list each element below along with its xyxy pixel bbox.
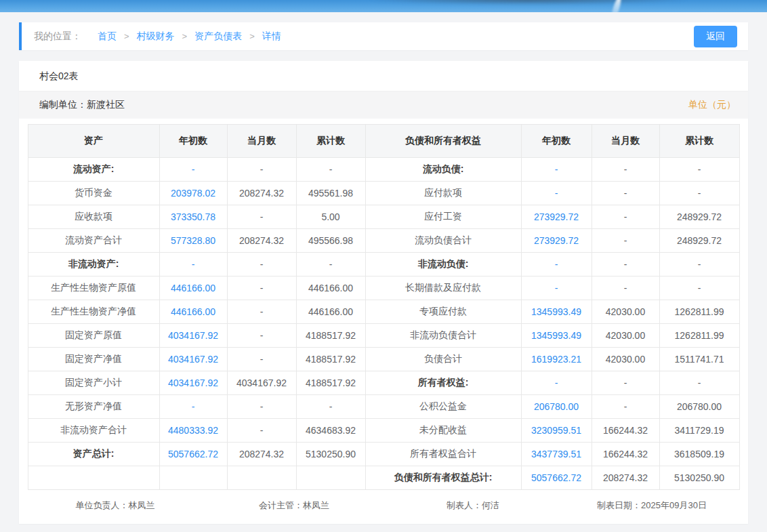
liability-month-cell: - — [592, 205, 659, 229]
asset-month-cell: - — [227, 277, 296, 300]
liability-total-cell: - — [659, 277, 739, 300]
asset-name-cell: 生产性生物资产净值 — [28, 300, 159, 324]
breadcrumb-link-0[interactable]: 首页 — [98, 30, 117, 41]
asset-initial-cell[interactable]: 4034167.92 — [159, 371, 227, 395]
asset-initial-cell[interactable]: - — [159, 395, 227, 419]
liability-initial-cell[interactable]: - — [521, 277, 592, 300]
table-row: 生产性生物资产净值446166.00-446166.00专项应付款1345993… — [28, 300, 739, 324]
liability-month-cell: - — [592, 158, 659, 182]
liability-initial-cell[interactable]: 273929.72 — [521, 205, 592, 229]
asset-total-cell: 4188517.92 — [296, 348, 365, 371]
banner-cloud-decoration — [369, 0, 688, 5]
liability-month-cell: 208274.32 — [592, 466, 659, 490]
report-title: 村会02表 — [19, 61, 748, 91]
asset-initial-cell[interactable]: 373350.78 — [159, 205, 227, 229]
signature-row: 单位负责人：林凤兰 会计主管：林凤兰 制表人：何洁 制表日期：2025年09月3… — [19, 490, 748, 521]
liability-initial-cell[interactable]: - — [521, 371, 592, 395]
asset-initial-cell[interactable]: 446166.00 — [159, 277, 227, 300]
liability-month-cell: 42030.00 — [592, 348, 659, 371]
asset-name-cell: 应收款项 — [28, 205, 159, 229]
liability-total-cell: 3618509.19 — [659, 443, 739, 466]
asset-total-cell: 495566.98 — [296, 229, 365, 253]
liability-name-cell: 所有者权益: — [365, 371, 521, 395]
liability-initial-cell[interactable]: 5057662.72 — [521, 466, 592, 490]
liability-initial-cell[interactable]: 206780.00 — [521, 395, 592, 419]
unit-note-label: 单位（元） — [688, 99, 736, 111]
liability-initial-cell[interactable]: 1345993.49 — [521, 300, 592, 324]
table-row: 资产总计:5057662.72208274.325130250.90所有者权益合… — [28, 443, 739, 466]
table-row: 生产性生物资产原值446166.00-446166.00长期借款及应付款--- — [28, 277, 739, 300]
liability-initial-cell[interactable]: 3437739.51 — [521, 443, 592, 466]
liability-initial-cell[interactable]: - — [521, 182, 592, 205]
asset-month-cell: 4034167.92 — [227, 371, 296, 395]
liability-name-cell: 非流动负债: — [365, 253, 521, 277]
compile-unit-label: 编制单位：新渡社区 — [39, 99, 125, 111]
asset-initial-cell[interactable]: 4034167.92 — [159, 324, 227, 348]
asset-initial-cell[interactable]: 4034167.92 — [159, 348, 227, 371]
liability-initial-cell[interactable]: - — [521, 253, 592, 277]
liability-month-cell: - — [592, 371, 659, 395]
liability-name-cell: 长期借款及应付款 — [365, 277, 521, 300]
asset-name-cell: 非流动资产: — [28, 253, 159, 277]
breadcrumb-link-1[interactable]: 村级财务 — [137, 30, 175, 41]
breadcrumb-link-3[interactable]: 详情 — [262, 30, 281, 41]
liability-month-cell: - — [592, 395, 659, 419]
asset-month-cell: - — [227, 348, 296, 371]
liability-initial-cell[interactable]: 273929.72 — [521, 229, 592, 253]
breadcrumb-link-2[interactable]: 资产负债表 — [194, 30, 242, 41]
liability-total-cell: 1262811.99 — [659, 324, 739, 348]
back-button[interactable]: 返回 — [694, 26, 737, 47]
liability-month-cell: - — [592, 182, 659, 205]
table-header-row: 资产年初数当月数累计数负债和所有者权益年初数当月数累计数 — [28, 125, 739, 158]
asset-name-cell: 流动资产: — [28, 158, 159, 182]
asset-initial-cell[interactable]: 4480333.92 — [159, 419, 227, 443]
asset-total-cell — [296, 466, 365, 490]
asset-month-cell: 208274.32 — [227, 229, 296, 253]
table-row: 固定资产净值4034167.92-4188517.92负债合计1619923.2… — [28, 348, 739, 371]
asset-month-cell: - — [227, 419, 296, 443]
asset-total-cell: 4188517.92 — [296, 371, 365, 395]
asset-initial-cell[interactable]: 577328.80 — [159, 229, 227, 253]
asset-total-cell: - — [296, 395, 365, 419]
liability-initial-cell[interactable]: 1619923.21 — [521, 348, 592, 371]
asset-total-cell: - — [296, 253, 365, 277]
asset-name-cell: 生产性生物资产原值 — [28, 277, 159, 300]
breadcrumb-separator: > — [124, 31, 129, 41]
liability-initial-cell[interactable]: 3230959.51 — [521, 419, 592, 443]
column-header-1: 年初数 — [159, 125, 227, 158]
table-row: 固定资产原值4034167.92-4188517.92非流动负债合计134599… — [28, 324, 739, 348]
asset-month-cell: 208274.32 — [227, 443, 296, 466]
table-body: 流动资产:---流动负债:---货币资金203978.02208274.3249… — [28, 158, 739, 490]
preparer-label: 制表人：何洁 — [384, 499, 562, 512]
page: 我的位置： 首页>村级财务>资产负债表>详情 返回 村会02表 编制单位：新渡社… — [0, 0, 767, 524]
asset-initial-cell[interactable]: 5057662.72 — [159, 443, 227, 466]
liability-total-cell: 1511741.71 — [659, 348, 739, 371]
liability-name-cell: 流动负债合计 — [365, 229, 521, 253]
unit-head-label: 单位负责人：林凤兰 — [26, 499, 205, 512]
asset-name-cell: 固定资产净值 — [28, 348, 159, 371]
liability-total-cell: 248929.72 — [659, 229, 739, 253]
liability-total-cell: 5130250.90 — [659, 466, 739, 490]
liability-name-cell: 应付工资 — [365, 205, 521, 229]
table-row: 固定资产小计4034167.924034167.924188517.92所有者权… — [28, 371, 739, 395]
asset-total-cell: - — [296, 158, 365, 182]
column-header-5: 年初数 — [521, 125, 592, 158]
asset-month-cell: - — [227, 158, 296, 182]
liability-name-cell: 流动负债: — [365, 158, 521, 182]
table-row: 流动资产:---流动负债:--- — [28, 158, 739, 182]
column-header-3: 累计数 — [296, 125, 365, 158]
balance-sheet-table: 资产年初数当月数累计数负债和所有者权益年初数当月数累计数 流动资产:---流动负… — [28, 124, 740, 490]
asset-total-cell: 4634683.92 — [296, 419, 365, 443]
asset-initial-cell[interactable]: 203978.02 — [159, 182, 227, 205]
asset-initial-cell[interactable]: - — [159, 253, 227, 277]
liability-initial-cell[interactable]: 1345993.49 — [521, 324, 592, 348]
column-header-2: 当月数 — [227, 125, 296, 158]
table-row: 流动资产合计577328.80208274.32495566.98流动负债合计2… — [28, 229, 739, 253]
report-date-label: 制表日期：2025年09月30日 — [562, 499, 741, 512]
table-row: 应收款项373350.78-5.00应付工资273929.72-248929.7… — [28, 205, 739, 229]
asset-month-cell: - — [227, 205, 296, 229]
liability-initial-cell[interactable]: - — [521, 158, 592, 182]
asset-initial-cell[interactable]: - — [159, 158, 227, 182]
liability-month-cell: - — [592, 229, 659, 253]
asset-initial-cell[interactable]: 446166.00 — [159, 300, 227, 324]
